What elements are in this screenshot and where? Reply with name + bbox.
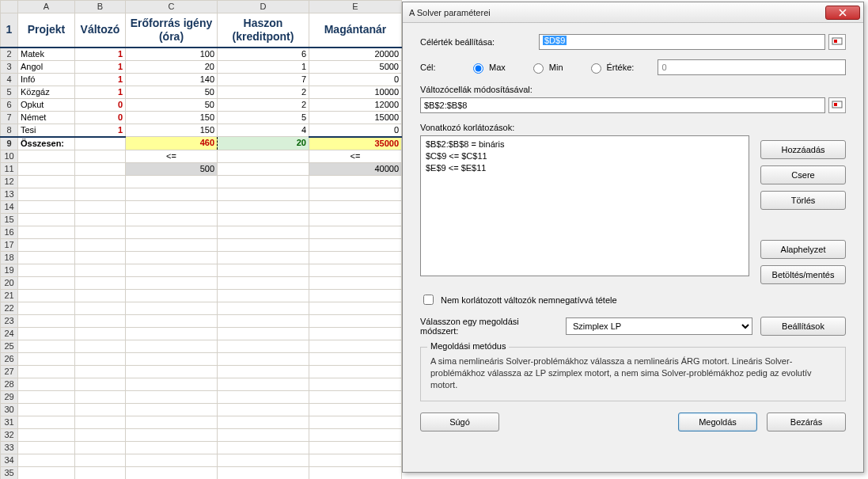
cell[interactable]: [126, 454, 218, 466]
cell[interactable]: [75, 352, 126, 365]
cell[interactable]: [18, 378, 75, 390]
cell[interactable]: [309, 264, 402, 276]
cell[interactable]: 1: [75, 48, 126, 61]
row-header[interactable]: 5: [1, 86, 18, 98]
cell[interactable]: [75, 276, 126, 289]
cell[interactable]: [309, 416, 402, 428]
cell[interactable]: 20: [126, 60, 218, 73]
cell[interactable]: [126, 378, 218, 390]
col-header[interactable]: D: [218, 1, 309, 13]
cell[interactable]: [218, 365, 309, 378]
cell[interactable]: [218, 251, 309, 264]
cell[interactable]: [218, 441, 309, 454]
cell[interactable]: [309, 352, 402, 365]
objective-input[interactable]: $D$9: [539, 34, 825, 50]
cell[interactable]: Opkut: [18, 98, 75, 111]
constraint-item[interactable]: $B$2:$B$8 = bináris: [426, 139, 744, 150]
cell[interactable]: [75, 416, 126, 428]
cell[interactable]: [18, 340, 75, 352]
cell[interactable]: 7: [218, 73, 309, 86]
cell[interactable]: Összesen:: [18, 137, 75, 150]
column-title[interactable]: Haszon(kreditpont): [218, 13, 309, 48]
cell[interactable]: [218, 276, 309, 289]
cell[interactable]: [126, 327, 218, 340]
col-header[interactable]: [1, 1, 18, 13]
cell[interactable]: [75, 390, 126, 403]
cell[interactable]: [218, 264, 309, 276]
cell[interactable]: [18, 251, 75, 264]
cell[interactable]: 20: [218, 137, 309, 150]
cell[interactable]: 500: [126, 162, 218, 175]
cell[interactable]: [309, 390, 402, 403]
cell[interactable]: 1: [75, 124, 126, 137]
cell[interactable]: [75, 340, 126, 352]
cell[interactable]: [75, 365, 126, 378]
cell[interactable]: [18, 466, 75, 479]
cell[interactable]: [75, 314, 126, 327]
row-header[interactable]: 34: [1, 454, 18, 466]
cell[interactable]: Közgáz: [18, 86, 75, 98]
cell[interactable]: [126, 276, 218, 289]
row-header[interactable]: 18: [1, 251, 18, 264]
cell[interactable]: [18, 188, 75, 200]
constraint-item[interactable]: $C$9 <= $C$11: [426, 150, 744, 162]
row-header[interactable]: 11: [1, 162, 18, 175]
cell[interactable]: Infó: [18, 73, 75, 86]
row-header[interactable]: 12: [1, 175, 18, 188]
cell[interactable]: [18, 365, 75, 378]
col-header[interactable]: C: [126, 1, 218, 13]
cell[interactable]: Angol: [18, 60, 75, 73]
cell[interactable]: [218, 340, 309, 352]
cell[interactable]: Matek: [18, 48, 75, 61]
cell[interactable]: [18, 200, 75, 213]
row-header[interactable]: 7: [1, 111, 18, 124]
cell[interactable]: [18, 403, 75, 416]
cell[interactable]: 10000: [309, 86, 402, 98]
cell[interactable]: [309, 378, 402, 390]
row-header[interactable]: 13: [1, 188, 18, 200]
cell[interactable]: 5: [218, 111, 309, 124]
cell[interactable]: 140: [126, 73, 218, 86]
ref-picker-icon[interactable]: [828, 97, 846, 113]
cell[interactable]: [309, 238, 402, 251]
cell[interactable]: [309, 276, 402, 289]
valueof-input[interactable]: [658, 59, 846, 75]
row-header[interactable]: 23: [1, 314, 18, 327]
row-header[interactable]: 31: [1, 416, 18, 428]
cell[interactable]: [309, 314, 402, 327]
cell[interactable]: [218, 416, 309, 428]
cell[interactable]: [218, 289, 309, 302]
row-header[interactable]: 1: [1, 13, 18, 48]
cell[interactable]: [75, 454, 126, 466]
cell[interactable]: [75, 428, 126, 441]
cell[interactable]: [18, 289, 75, 302]
cell[interactable]: [126, 390, 218, 403]
cell[interactable]: [126, 352, 218, 365]
row-header[interactable]: 3: [1, 60, 18, 73]
cell[interactable]: [18, 150, 75, 162]
close-button[interactable]: Bezárás: [767, 412, 846, 431]
cell[interactable]: [218, 314, 309, 327]
cell[interactable]: [75, 137, 126, 150]
row-header[interactable]: 6: [1, 98, 18, 111]
cell[interactable]: Német: [18, 111, 75, 124]
cell[interactable]: <=: [126, 150, 218, 162]
cell[interactable]: [75, 226, 126, 238]
cell[interactable]: [126, 251, 218, 264]
cell[interactable]: [126, 188, 218, 200]
cell[interactable]: 0: [309, 73, 402, 86]
cell[interactable]: [75, 264, 126, 276]
cell[interactable]: [309, 251, 402, 264]
cell[interactable]: [18, 175, 75, 188]
cell[interactable]: 12000: [309, 98, 402, 111]
row-header[interactable]: 10: [1, 150, 18, 162]
cell[interactable]: [218, 390, 309, 403]
column-title[interactable]: Változó: [75, 13, 126, 48]
cell[interactable]: [218, 302, 309, 314]
cell[interactable]: [309, 466, 402, 479]
cell[interactable]: 150: [126, 124, 218, 137]
cell[interactable]: 0: [309, 124, 402, 137]
row-header[interactable]: 15: [1, 213, 18, 226]
delete-button[interactable]: Törlés: [760, 191, 846, 210]
cell[interactable]: 6: [218, 48, 309, 61]
